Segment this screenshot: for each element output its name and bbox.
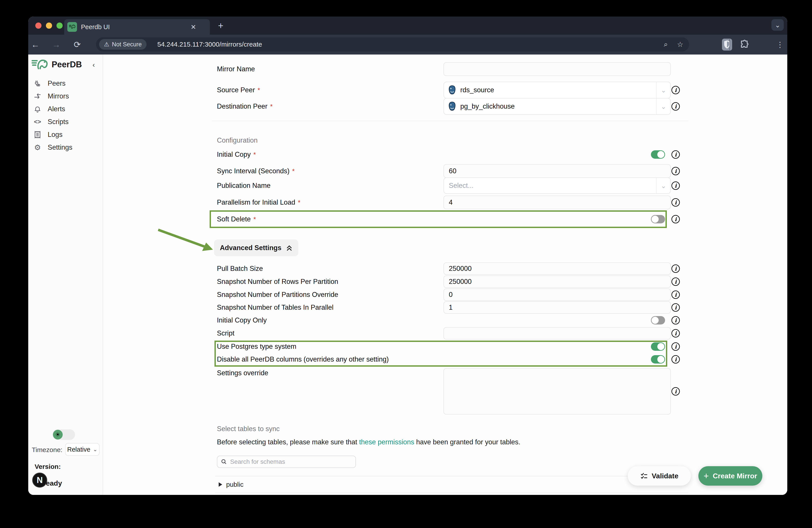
script-input[interactable] [444, 327, 671, 340]
sidebar-item-logs[interactable]: Logs [30, 129, 101, 140]
destination-peer-label: Destination Peer* [217, 102, 273, 110]
menu-kebab-icon[interactable]: ⋮ [776, 35, 784, 55]
sidebar-item-label: Scripts [48, 118, 69, 126]
close-window-button[interactable] [35, 23, 42, 29]
use-pg-types-toggle[interactable] [651, 342, 665, 351]
info-icon[interactable]: i [671, 265, 680, 273]
settings-override-textarea[interactable] [444, 368, 671, 415]
use-pg-types-label: Use Postgres type system [217, 343, 296, 351]
url-bar[interactable]: ⚠ Not Secure 54.244.215.117:3000/mirrors… [96, 37, 689, 52]
destination-peer-select[interactable]: pg_by_clickhouse ⌄ [444, 98, 671, 115]
sidebar-item-scripts[interactable]: <> Scripts [30, 116, 101, 127]
back-button[interactable]: ← [28, 35, 42, 55]
maximize-window-button[interactable] [57, 23, 63, 29]
info-icon[interactable]: i [671, 167, 680, 175]
info-icon[interactable]: i [671, 342, 680, 351]
initial-copy-only-label: Initial Copy Only [217, 316, 267, 324]
info-icon[interactable]: i [671, 215, 680, 223]
annotation-arrow [154, 227, 216, 255]
new-tab-button[interactable]: + [218, 19, 223, 32]
validate-button[interactable]: Validate [628, 466, 691, 486]
sidebar-item-mirrors[interactable]: Mirrors [30, 91, 101, 102]
bitwarden-shield-icon[interactable] [722, 35, 732, 55]
sidebar-item-label: Alerts [48, 105, 65, 113]
extensions-puzzle-icon[interactable] [739, 35, 750, 55]
schema-row-public[interactable]: public [215, 476, 688, 493]
snapshot-partitions-input[interactable] [444, 288, 671, 301]
source-peer-select[interactable]: rds_source ⌄ [444, 82, 671, 98]
info-icon[interactable]: i [671, 303, 680, 312]
initial-copy-only-toggle[interactable] [651, 316, 665, 325]
bookmark-star-icon[interactable]: ☆ [677, 40, 683, 48]
schema-search[interactable] [217, 456, 356, 468]
warning-icon: ⚠ [104, 41, 109, 48]
timezone-label: Timezone: [32, 446, 62, 454]
publication-name-select[interactable]: Select... ⌄ [444, 177, 671, 194]
not-secure-badge[interactable]: ⚠ Not Secure [99, 39, 146, 50]
chevron-down-icon[interactable]: ⌄ [656, 98, 670, 114]
theme-toggle[interactable]: ☀ [53, 429, 75, 440]
publication-name-label: Publication Name [217, 182, 271, 190]
sidebar-item-settings[interactable]: ⚙ Settings [30, 142, 101, 153]
soft-delete-toggle[interactable] [651, 215, 665, 223]
tab-strip: Peerdb UI ✕ + ⌄ [28, 17, 787, 35]
chevron-down-icon[interactable]: ⌄ [656, 178, 670, 194]
info-icon[interactable]: i [671, 290, 680, 299]
sidebar-item-peers[interactable]: Peers [30, 78, 101, 89]
create-mirror-button[interactable]: + Create Mirror [698, 466, 762, 486]
zoom-out-icon[interactable]: ⌕ [664, 40, 668, 48]
info-icon[interactable]: i [671, 316, 680, 325]
select-placeholder: Select... [449, 182, 474, 190]
sidebar-item-label: Peers [48, 80, 66, 87]
elephant-glyph-icon [69, 24, 75, 30]
info-icon[interactable]: i [671, 198, 680, 206]
sidebar-item-label: Mirrors [48, 92, 69, 100]
tab-close-icon[interactable]: ✕ [191, 23, 196, 31]
reload-button[interactable]: ⟳ [70, 35, 84, 55]
parallelism-input[interactable] [444, 196, 671, 209]
browser-tab[interactable]: Peerdb UI ✕ [64, 19, 210, 35]
toolbar-divider [729, 39, 730, 50]
info-icon[interactable]: i [671, 387, 680, 396]
mirror-name-label: Mirror Name [217, 65, 255, 73]
browser-window: Peerdb UI ✕ + ⌄ ← → ⟳ ⚠ Not Secure 54.24… [28, 17, 787, 495]
configuration-heading: Configuration [217, 137, 258, 144]
permissions-link[interactable]: these permissions [359, 438, 414, 446]
info-icon[interactable]: i [671, 102, 680, 111]
forward-button[interactable]: → [49, 35, 63, 55]
snapshot-tables-input[interactable] [444, 301, 671, 314]
info-icon[interactable]: i [671, 329, 680, 338]
info-icon[interactable]: i [671, 86, 680, 94]
expand-triangle-icon[interactable] [219, 482, 222, 487]
brand-name: PeerDB [52, 60, 82, 69]
postgres-icon [447, 101, 457, 112]
sidebar-item-label: Logs [48, 131, 62, 139]
sidebar-item-alerts[interactable]: Alerts [30, 103, 101, 115]
sync-interval-input[interactable] [444, 164, 671, 178]
url-text[interactable]: 54.244.215.117:3000/mirrors/create [157, 41, 262, 48]
sidebar: PeerDB ‹ Peers Mirrors Alerts [28, 55, 103, 495]
disable-peerdb-cols-toggle[interactable] [651, 355, 665, 363]
pull-batch-size-input[interactable] [444, 262, 671, 275]
info-icon[interactable]: i [671, 150, 680, 159]
initial-copy-toggle[interactable] [651, 150, 665, 159]
chevrons-up-icon [286, 244, 293, 252]
info-icon[interactable]: i [671, 277, 680, 286]
snapshot-rows-input[interactable] [444, 275, 671, 288]
chevron-down-icon[interactable]: ⌄ [656, 82, 670, 98]
initial-copy-label: Initial Copy* [217, 151, 256, 158]
info-icon[interactable]: i [671, 355, 680, 363]
minimize-window-button[interactable] [46, 23, 52, 29]
sidebar-collapse-icon[interactable]: ‹ [92, 61, 95, 69]
select-tables-heading: Select tables to sync [217, 425, 279, 433]
plug-icon [33, 80, 42, 87]
info-icon[interactable]: i [671, 182, 680, 190]
mirror-name-input[interactable] [444, 62, 671, 76]
schema-search-input[interactable] [230, 458, 345, 465]
advanced-settings-button[interactable]: Advanced Settings [214, 240, 298, 256]
nextjs-dev-badge[interactable]: N [32, 473, 47, 488]
tab-search-chevron-icon[interactable]: ⌄ [771, 19, 784, 31]
mirror-arrows-icon [33, 92, 42, 100]
timezone-select[interactable]: Relative ⌄ [65, 443, 100, 456]
soft-delete-highlight-box [209, 210, 667, 228]
